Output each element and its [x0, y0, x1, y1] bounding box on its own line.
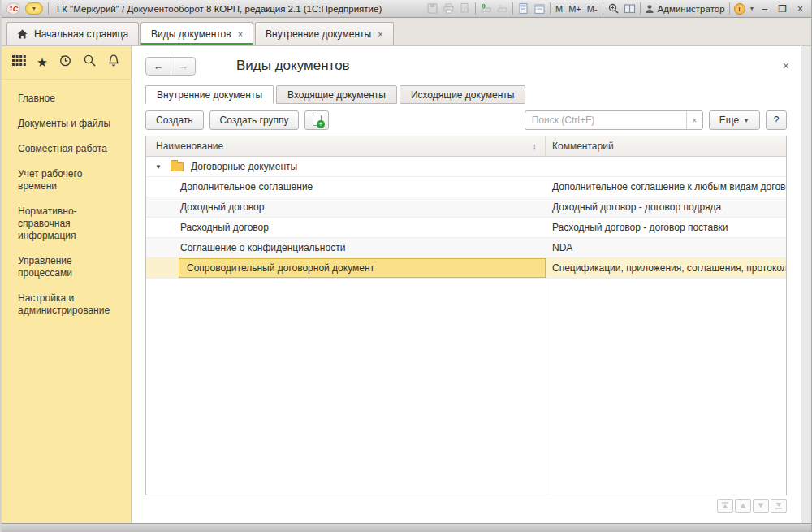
row-name: Соглашение о конфиденциальности — [146, 242, 345, 253]
window-bottom-edge — [2, 524, 811, 532]
sidebar-item-collaboration[interactable]: Совместная работа — [2, 136, 131, 162]
row-name: Доходный договор — [146, 201, 264, 213]
list-navigation — [145, 499, 787, 513]
row-comment: NDA — [546, 238, 786, 257]
memory-subtract-button[interactable]: M- — [586, 4, 598, 14]
page-title: Виды документов — [236, 58, 350, 74]
table-row-selected[interactable]: Сопроводительный договорной документ Спе… — [146, 258, 786, 279]
calculator-icon[interactable] — [517, 2, 529, 15]
maximize-button[interactable]: ❒ — [775, 4, 790, 14]
application-window: 1С ▼ ГК "Меркурий" / Документооборот 8 К… — [0, 0, 812, 532]
calendar-icon[interactable] — [533, 2, 546, 15]
sidebar-item-main[interactable]: Главное — [2, 86, 131, 111]
zoom-icon[interactable] — [607, 2, 620, 15]
group-label: Договорные документы — [191, 161, 297, 172]
form-header: ← → Виды документов × — [132, 46, 801, 85]
go-to-top-button[interactable] — [717, 499, 733, 513]
page-up-button[interactable] — [735, 499, 751, 513]
tab-outgoing-docs[interactable]: Исходящие документы — [400, 85, 526, 104]
sidebar-item-process-management[interactable]: Управление процессами — [2, 249, 131, 286]
sidebar-item-documents-files[interactable]: Документы и файлы — [2, 111, 131, 136]
scrollbar-area[interactable] — [801, 46, 811, 523]
more-button[interactable]: Еще▼ — [709, 110, 760, 130]
print-preview-icon[interactable] — [459, 2, 471, 15]
back-button[interactable]: ← — [146, 58, 171, 75]
search-input[interactable] — [525, 111, 686, 129]
row-name: Дополнительное соглашение — [146, 181, 313, 192]
table-row[interactable]: Дополнительное соглашение Дополнительное… — [146, 177, 786, 197]
divider — [48, 2, 49, 15]
tab-close-icon[interactable]: × — [238, 29, 243, 39]
selected-cell[interactable]: Сопроводительный договорной документ — [179, 258, 546, 278]
sidebar-item-settings-administration[interactable]: Настройка и администрирование — [2, 286, 131, 323]
history-icon[interactable] — [58, 54, 72, 70]
tab-home[interactable]: Начальная страница — [6, 22, 139, 45]
create-button[interactable]: Создать — [145, 110, 204, 130]
tab-internal-docs[interactable]: Внутренние документы — [145, 85, 274, 104]
user-name: Администратор — [658, 4, 725, 14]
forward-button[interactable]: → — [171, 58, 195, 75]
help-button[interactable]: ? — [766, 110, 787, 130]
create-by-copy-button[interactable] — [304, 110, 329, 130]
create-group-button[interactable]: Создать группу — [209, 110, 300, 130]
home-icon — [17, 29, 28, 39]
main-area: ← → Виды документов × Внутренние докумен… — [132, 46, 801, 523]
document-kind-tabs: Внутренние документы Входящие документы … — [132, 85, 801, 104]
form-close-icon[interactable]: × — [783, 60, 789, 71]
divider — [729, 2, 730, 15]
new-document-plus-icon — [313, 115, 322, 126]
notifications-bell-icon[interactable] — [107, 54, 120, 70]
sections-menu-icon[interactable] — [12, 55, 26, 68]
current-user[interactable]: Администратор — [645, 4, 725, 14]
info-icon[interactable]: i — [734, 3, 745, 15]
table-row[interactable]: Расходный договор Расходный договор - до… — [146, 218, 786, 238]
selection-indent — [146, 258, 179, 278]
main-menu-button[interactable]: ▼ — [25, 2, 43, 15]
go-to-bottom-button[interactable] — [771, 499, 787, 513]
divider — [475, 2, 476, 15]
split-window-icon[interactable] — [624, 2, 636, 15]
add-favorite-icon[interactable] — [480, 2, 492, 15]
table-row[interactable]: Соглашение о конфиденциальности NDA — [146, 238, 786, 258]
page-down-button[interactable] — [753, 499, 769, 513]
divider — [550, 2, 551, 15]
titlebar: 1С ▼ ГК "Меркурий" / Документооборот 8 К… — [2, 0, 811, 18]
show-link-icon[interactable] — [496, 2, 508, 15]
tab-internal-documents[interactable]: Внутренние документы × — [255, 22, 393, 45]
memory-store-button[interactable]: M — [555, 4, 564, 14]
row-comment: Спецификации, приложения, соглашения, пр… — [546, 258, 786, 278]
folder-icon — [171, 162, 184, 171]
collapse-triangle-icon[interactable]: ▼ — [146, 163, 171, 171]
row-comment: Дополнительное соглашение к любым видам … — [546, 177, 786, 197]
tab-incoming-docs[interactable]: Входящие документы — [276, 85, 397, 104]
divider — [603, 2, 603, 15]
tab-close-icon[interactable]: × — [378, 29, 382, 39]
chevron-down-icon[interactable]: ▼ — [749, 6, 755, 11]
sidebar-menu: Главное Документы и файлы Совместная раб… — [2, 80, 131, 323]
search-icon[interactable] — [83, 54, 97, 70]
save-icon[interactable] — [426, 2, 438, 15]
favorites-icon[interactable]: ★ — [37, 56, 47, 68]
history-nav: ← → — [145, 57, 196, 76]
divider — [640, 2, 641, 15]
sidebar-item-reference-info[interactable]: Нормативно-справочная информация — [2, 199, 131, 249]
column-header-name[interactable]: Наименование ↓ — [146, 136, 546, 156]
row-name: Сопроводительный договорной документ — [187, 262, 374, 274]
titlebar-actions: M M+ M- Администратор i ▼ – ❒ × — [426, 2, 806, 15]
table-row[interactable]: Доходный договор Доходный договор - дого… — [146, 197, 786, 218]
table-group-row[interactable]: ▼ Договорные документы — [146, 157, 786, 177]
tab-document-kinds[interactable]: Виды документов × — [140, 22, 253, 45]
chevron-down-icon: ▼ — [743, 117, 749, 124]
document-kinds-table: Наименование ↓ Комментарий ▼ Договорные … — [145, 136, 787, 495]
tab-label: Виды документов — [151, 28, 231, 40]
tab-label: Начальная страница — [34, 28, 128, 40]
print-icon[interactable] — [443, 2, 455, 15]
memory-add-button[interactable]: M+ — [568, 4, 582, 14]
row-comment: Расходный договор - договор поставки — [546, 218, 786, 237]
close-button[interactable]: × — [794, 4, 806, 14]
sidebar-item-time-tracking[interactable]: Учет рабочего времени — [2, 162, 131, 199]
minimize-button[interactable]: – — [759, 4, 771, 14]
sidebar: ★ Главное Документы и файлы Совместная р… — [2, 46, 132, 523]
column-header-comment[interactable]: Комментарий — [546, 141, 786, 152]
search-clear-icon[interactable]: × — [686, 111, 702, 129]
